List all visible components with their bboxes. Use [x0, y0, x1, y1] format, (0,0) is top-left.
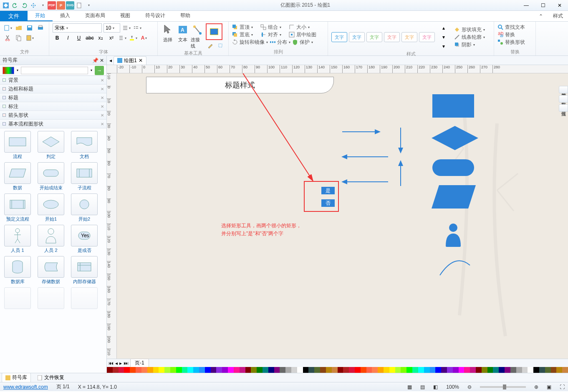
style-swatch-2[interactable]: 文字	[349, 32, 365, 42]
close-button[interactable]: ✕	[551, 0, 568, 10]
paste-icon[interactable]	[25, 33, 34, 43]
find-text-button[interactable]: 查找文本	[497, 23, 532, 31]
cat-arrows[interactable]: 箭头形状✕	[0, 111, 106, 120]
size-button[interactable]: 大小▾	[289, 23, 310, 31]
style-swatch-6[interactable]: 文字	[419, 32, 435, 42]
style-more[interactable]: ▾	[439, 42, 448, 51]
title-shape[interactable]: 标题样式	[146, 77, 334, 93]
fit-page-icon[interactable]: ▣	[547, 384, 551, 390]
page-prev-icon[interactable]: ◂	[115, 360, 118, 366]
tab-symbol[interactable]: 符号设计	[138, 11, 173, 21]
shape-predefined[interactable]: 预定义流程	[3, 193, 33, 222]
sample-person[interactable]	[444, 224, 462, 247]
bottom-tab-recover[interactable]: 文件恢复	[34, 373, 68, 382]
copy-icon[interactable]	[14, 33, 23, 43]
rtab-props[interactable]: 属性	[559, 104, 568, 112]
move-icon[interactable]	[29, 1, 38, 10]
cat-flowchart[interactable]: 基本流程图形状✕	[0, 120, 106, 128]
line-outline-button[interactable]: 线条轮廓▾	[454, 33, 485, 41]
shape-document[interactable]: 文档	[69, 131, 99, 160]
text-tool[interactable]: A文本	[176, 23, 189, 43]
pdf-icon[interactable]: PDF	[48, 1, 56, 10]
font-color-icon[interactable]: A	[139, 33, 149, 43]
app-icon[interactable]	[2, 1, 10, 10]
highlight-icon[interactable]	[129, 33, 138, 43]
search-input[interactable]	[21, 67, 88, 74]
view-icon-3[interactable]: ◧	[433, 384, 438, 390]
style-prev[interactable]: ▴	[439, 23, 448, 33]
bold-button[interactable]: B	[53, 33, 62, 43]
svg-icon[interactable]: SVG	[66, 1, 74, 10]
open-icon[interactable]	[14, 23, 23, 33]
qat-dropdown-2[interactable]	[84, 1, 93, 10]
distribute-button[interactable]: 分布▾	[270, 38, 290, 46]
select-tool[interactable]: 选择	[161, 23, 174, 43]
pin-icon[interactable]: 📌	[92, 58, 98, 63]
drawing-canvas[interactable]: 标题样式 是 否 选择矩形工具，画两个很小的矩形， 并分别写上"是"和"否"两个…	[117, 73, 568, 359]
shape-fill-button[interactable]: 形状填充▾	[454, 26, 485, 33]
crop-tool[interactable]	[216, 41, 225, 50]
underline-button[interactable]: U	[74, 33, 83, 43]
undo-icon[interactable]	[11, 1, 19, 10]
sample-terminator[interactable]	[432, 159, 474, 176]
align-icon[interactable]	[122, 23, 131, 33]
minimize-button[interactable]: —	[518, 0, 535, 10]
no-rect[interactable]: 否	[321, 199, 335, 207]
new-icon[interactable]	[3, 23, 13, 33]
maximize-button[interactable]: ☐	[535, 0, 551, 10]
rtab-data[interactable]: 数据	[559, 95, 568, 103]
replace-text-button[interactable]: abac替换	[497, 31, 532, 38]
arrow-cluster[interactable]	[334, 128, 417, 203]
center-button[interactable]: 居中绘图	[289, 31, 316, 38]
style-swatch-1[interactable]: 文字	[331, 32, 347, 42]
print-icon[interactable]	[36, 23, 45, 33]
view-icon-1[interactable]: ▦	[407, 384, 412, 390]
shape-data[interactable]: 数据	[3, 162, 33, 191]
superscript-button[interactable]: x²	[107, 33, 116, 43]
tab-view[interactable]: 视图	[113, 11, 138, 21]
shape-start2[interactable]: 开始2	[69, 193, 99, 222]
page-first-icon[interactable]: ⏮	[109, 360, 114, 366]
sample-rect[interactable]	[432, 94, 474, 118]
bring-front-button[interactable]: 置顶▾	[232, 23, 253, 31]
tab-help[interactable]: 帮助	[173, 11, 198, 21]
cat-callouts[interactable]: 标注✕	[0, 102, 106, 111]
yes-rect[interactable]: 是	[321, 187, 335, 194]
rectangle-tool-selected[interactable]	[206, 23, 222, 40]
zoom-out-icon[interactable]: ⊖	[467, 384, 472, 390]
sample-arc[interactable]	[438, 257, 472, 278]
list-icon[interactable]	[133, 23, 142, 33]
panel-close-icon[interactable]: ✕	[100, 58, 104, 63]
send-back-button[interactable]: 置底▾	[232, 31, 253, 38]
shape-internal[interactable]: 内部存储器	[69, 256, 99, 285]
style-swatch-3[interactable]: 文字	[366, 32, 382, 42]
style-swatch-4[interactable]: 文字	[384, 32, 400, 42]
shape-start1[interactable]: 开始1	[36, 193, 66, 222]
line-spacing-icon[interactable]	[118, 33, 127, 43]
zoom-slider[interactable]	[480, 386, 526, 388]
sample-parallelogram[interactable]	[431, 184, 477, 210]
rotate-button[interactable]: 旋转和镜像▾	[232, 38, 268, 46]
collapse-ribbon-icon[interactable]: ⌃	[534, 11, 548, 21]
shape-decision[interactable]: 判定	[36, 131, 66, 160]
file-tab[interactable]: 文件	[0, 11, 28, 21]
page-last-icon[interactable]: ⏭	[124, 360, 129, 366]
subscript-button[interactable]: x₂	[96, 33, 105, 43]
pencil-tool[interactable]	[206, 41, 215, 50]
page-next-icon[interactable]: ▸	[119, 360, 122, 366]
status-url[interactable]: www.edrawsoft.com	[3, 384, 48, 390]
group-button[interactable]: 组合▾	[260, 23, 281, 31]
doc-tab-close[interactable]: ✕	[139, 58, 143, 63]
ppt-icon[interactable]: P	[57, 1, 65, 10]
go-button[interactable]: →	[95, 66, 104, 75]
sample-diamond[interactable]	[430, 125, 480, 151]
redo-icon[interactable]	[20, 1, 28, 10]
fullscreen-icon[interactable]: ⛶	[560, 384, 565, 390]
italic-button[interactable]: I	[63, 33, 73, 43]
color-palette-bar[interactable]	[107, 367, 568, 373]
align-button[interactable]: 对齐▾	[260, 31, 281, 38]
font-size-combo[interactable]: 10▾	[104, 23, 120, 33]
view-icon-2[interactable]: ▤	[420, 384, 425, 390]
tab-insert[interactable]: 插入	[53, 11, 78, 21]
bottom-tab-library[interactable]: 符号库	[2, 373, 31, 382]
